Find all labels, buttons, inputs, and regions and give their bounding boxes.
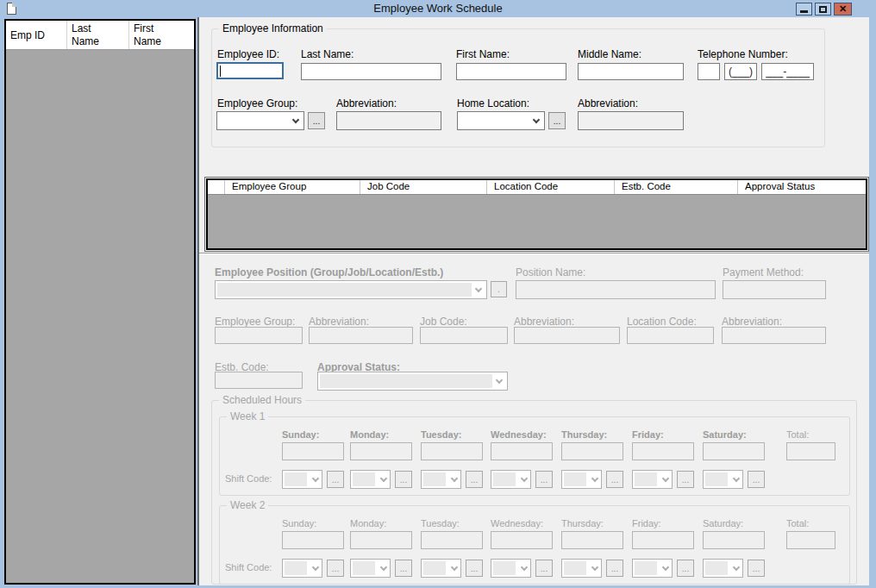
week2-friday-shift-select[interactable] (632, 559, 673, 578)
week2-total-field[interactable] (786, 531, 835, 549)
positions-grid[interactable]: Employee Group Job Code Location Code Es… (206, 178, 867, 250)
week2-tuesday-shift-select[interactable] (421, 559, 461, 578)
employee-list[interactable]: Emp ID Last Name First Name (4, 19, 196, 585)
employee-position-label: Employee Position (Group/Job/Location/Es… (215, 266, 443, 278)
group-abbreviation-field[interactable] (336, 111, 441, 130)
chevron-down-icon (292, 116, 299, 123)
employee-group-browse-button[interactable]: ... (308, 112, 325, 129)
week1-saturday-hours-input[interactable] (703, 442, 765, 460)
grid-column-approval-status[interactable]: Approval Status (738, 180, 866, 194)
middle-name-input[interactable] (578, 63, 684, 80)
week2-saturday-shift-browse-button[interactable]: ... (748, 560, 765, 577)
week1-wednesday-shift-select[interactable] (491, 470, 531, 489)
week1-tuesday-shift-select[interactable] (421, 470, 461, 489)
week2-thursday-hours-input[interactable] (561, 531, 623, 549)
week1-tuesday-hours-input[interactable] (421, 442, 483, 460)
minimize-button[interactable] (796, 3, 812, 16)
chevron-down-icon (451, 475, 458, 482)
detail-location-abbreviation-field[interactable] (722, 327, 826, 344)
home-location-select[interactable] (457, 111, 545, 130)
week2-tuesday-shift-browse-button[interactable]: ... (466, 560, 483, 577)
detail-employee-group-field[interactable] (215, 327, 303, 344)
week1-sunday-hours-input[interactable] (282, 442, 344, 460)
column-header-last-name[interactable]: Last Name (67, 21, 129, 49)
maximize-button[interactable] (815, 3, 831, 16)
week2-thursday-shift-browse-button[interactable]: ... (606, 560, 623, 577)
maximize-icon (819, 6, 827, 13)
detail-group-abbreviation-field[interactable] (309, 327, 413, 344)
first-name-label: First Name: (456, 48, 510, 60)
detail-location-code-field[interactable] (627, 327, 714, 344)
week2-saturday-hours-input[interactable] (703, 531, 765, 549)
payment-method-field[interactable] (723, 280, 826, 299)
week1-saturday-shift-select[interactable] (703, 470, 743, 489)
week2-sunday-shift-browse-button[interactable]: ... (327, 560, 344, 577)
week2-group: Week 2 Sunday: Monday: Tuesday: Wednesda… (219, 505, 850, 585)
chevron-down-icon (533, 116, 540, 123)
week1-monday-shift-select[interactable] (350, 470, 391, 489)
scheduled-hours-legend: Scheduled Hours (219, 394, 305, 406)
detail-job-code-field[interactable] (420, 327, 508, 344)
week2-saturday-label: Saturday: (703, 518, 743, 529)
week2-monday-shift-browse-button[interactable]: ... (395, 560, 412, 577)
approval-status-select[interactable] (317, 372, 508, 391)
week1-monday-hours-input[interactable] (350, 442, 412, 460)
week1-wednesday-shift-browse-button[interactable]: ... (535, 471, 553, 488)
week2-tuesday-hours-input[interactable] (421, 531, 483, 549)
week1-friday-shift-select[interactable] (632, 470, 673, 489)
home-location-browse-button[interactable]: ... (548, 112, 566, 129)
phone-prefix-input[interactable] (698, 63, 720, 80)
positions-grid-body[interactable] (208, 195, 866, 248)
week1-tuesday-shift-browse-button[interactable]: ... (466, 471, 483, 488)
week1-wednesday-label: Wednesday: (491, 429, 547, 440)
week2-friday-shift-browse-button[interactable]: ... (677, 560, 694, 577)
week1-thursday-shift-select[interactable] (561, 470, 602, 489)
week1-sunday-shift-select[interactable] (282, 470, 322, 489)
week2-thursday-shift-select[interactable] (561, 559, 602, 578)
chevron-down-icon (380, 564, 387, 571)
week1-friday-shift-browse-button[interactable]: ... (677, 471, 694, 488)
column-header-emp-id[interactable]: Emp ID (6, 21, 67, 49)
grid-column-employee-group[interactable]: Employee Group (225, 180, 360, 194)
week2-saturday-shift-select[interactable] (703, 559, 743, 578)
employee-list-header: Emp ID Last Name First Name (6, 21, 194, 50)
employee-work-schedule-window: Employee Work Schedule ✕ Emp ID Last Nam… (0, 0, 876, 588)
window-title: Employee Work Schedule (0, 2, 876, 15)
grid-column-job-code[interactable]: Job Code (360, 180, 487, 194)
grid-column-estb-code[interactable]: Estb. Code (615, 180, 738, 194)
week2-friday-hours-input[interactable] (632, 531, 694, 549)
week2-wednesday-hours-input[interactable] (491, 531, 553, 549)
week1-thursday-shift-browse-button[interactable]: ... (606, 471, 623, 488)
week1-monday-label: Monday: (350, 429, 389, 440)
employee-position-select[interactable] (215, 280, 487, 299)
week1-total-field[interactable] (786, 442, 835, 460)
employee-id-input[interactable] (216, 62, 284, 79)
week1-friday-hours-input[interactable] (632, 442, 694, 460)
week2-wednesday-shift-browse-button[interactable]: ... (535, 560, 553, 577)
week2-monday-shift-select[interactable] (350, 559, 391, 578)
close-button[interactable]: ✕ (834, 3, 852, 16)
phone-area-code-input[interactable] (724, 63, 757, 80)
detail-job-abbreviation-field[interactable] (514, 327, 620, 344)
grid-column-location-code[interactable]: Location Code (487, 180, 615, 194)
employee-position-browse-button[interactable]: . (491, 281, 507, 297)
location-abbreviation-field[interactable] (578, 111, 684, 130)
week2-wednesday-shift-select[interactable] (491, 559, 531, 578)
week1-monday-shift-browse-button[interactable]: ... (395, 471, 412, 488)
first-name-input[interactable] (456, 63, 566, 80)
phone-number-input[interactable] (761, 63, 814, 80)
week2-monday-hours-input[interactable] (350, 531, 412, 549)
week1-thursday-hours-input[interactable] (561, 442, 623, 460)
week2-sunday-hours-input[interactable] (282, 531, 344, 549)
column-header-first-name[interactable]: First Name (129, 21, 194, 49)
week1-sunday-shift-browse-button[interactable]: ... (327, 471, 344, 488)
employee-group-select[interactable] (216, 111, 304, 130)
chevron-down-icon (733, 475, 740, 482)
estb-code-field[interactable] (215, 372, 303, 389)
week1-saturday-shift-browse-button[interactable]: ... (748, 471, 765, 488)
week1-wednesday-hours-input[interactable] (491, 442, 553, 460)
position-name-field[interactable] (516, 280, 716, 299)
employee-list-body[interactable] (6, 50, 194, 583)
last-name-input[interactable] (301, 63, 441, 80)
week2-sunday-shift-select[interactable] (282, 559, 322, 578)
